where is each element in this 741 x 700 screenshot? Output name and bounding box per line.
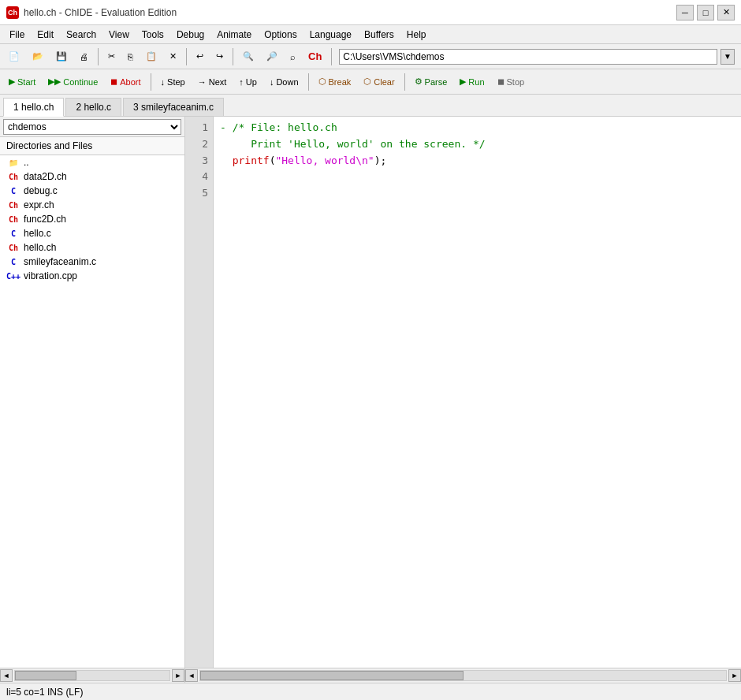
title-text: hello.ch - ChIDE - Evaluation Edition — [24, 7, 177, 18]
file-item[interactable]: Csmileyfaceanim.c — [0, 255, 184, 269]
file-name: vibration.cpp — [24, 270, 77, 281]
directory-dropdown[interactable]: chdemos — [3, 119, 181, 135]
sidebar-header: chdemos — [0, 117, 184, 137]
file-badge-icon: 📁 — [6, 158, 20, 167]
menu-item-tools[interactable]: Tools — [136, 28, 170, 42]
down-label: Down — [276, 77, 298, 87]
start-label: Start — [17, 77, 35, 87]
left-scroll-thumb[interactable] — [15, 671, 76, 680]
down-button[interactable]: ↓ Down — [264, 72, 304, 92]
abort-label: Abort — [120, 77, 140, 87]
print-button[interactable]: 🖨 — [74, 47, 94, 67]
copy-button[interactable]: ⎘ — [122, 47, 139, 67]
start-button[interactable]: ▶ Start — [3, 72, 41, 92]
stop-label: Stop — [507, 77, 525, 87]
menu-item-help[interactable]: Help — [400, 28, 433, 42]
left-scroll-right[interactable]: ► — [172, 669, 184, 682]
abort-button[interactable]: ◼ Abort — [105, 72, 146, 92]
file-name: smileyfaceanim.c — [24, 256, 96, 267]
find2-button[interactable]: 🔎 — [261, 47, 283, 67]
file-name: hello.c — [24, 228, 51, 239]
clear-button[interactable]: ⬡ Clear — [358, 72, 400, 92]
file-item[interactable]: C++vibration.cpp — [0, 269, 184, 283]
window-controls: ─ □ ✕ — [676, 5, 735, 20]
menu-item-view[interactable]: View — [102, 28, 136, 42]
menu-item-language[interactable]: Language — [303, 28, 358, 42]
delete-button[interactable]: ✕ — [164, 47, 182, 67]
left-scrollbar[interactable]: ◄ ► — [0, 668, 185, 683]
file-item[interactable]: Cdebug.c — [0, 184, 184, 198]
menu-bar: FileEditSearchViewToolsDebugAnimateOptio… — [0, 25, 741, 44]
right-scroll-left[interactable]: ◄ — [185, 669, 198, 682]
undo-button[interactable]: ↩ — [191, 47, 209, 67]
up-button[interactable]: ↑ Up — [233, 72, 263, 92]
code-area: 12345 - /* File: hello.ch Print 'Hello, … — [185, 117, 741, 668]
file-item[interactable]: 📁.. — [0, 155, 184, 169]
tab-bar: 1 hello.ch2 hello.c3 smileyfaceanim.c — [0, 95, 741, 117]
cut-button[interactable]: ✂ — [102, 47, 121, 67]
line-number: 1 — [190, 120, 208, 136]
menu-item-animate[interactable]: Animate — [210, 28, 258, 42]
code-line: - /* File: hello.ch — [220, 120, 735, 136]
right-scroll-track[interactable] — [199, 670, 727, 681]
file-item[interactable]: Chfunc2D.ch — [0, 212, 184, 226]
continue-button[interactable]: ▶▶ Continue — [43, 72, 103, 92]
separator2 — [186, 48, 187, 65]
tab-hello-c[interactable]: 2 hello.c — [65, 98, 121, 116]
separator3 — [233, 48, 233, 65]
redo-button[interactable]: ↪ — [210, 47, 229, 67]
file-badge-icon: Ch — [6, 201, 20, 210]
run-button[interactable]: ▶ Run — [454, 72, 490, 92]
menu-item-options[interactable]: Options — [258, 28, 303, 42]
continue-label: Continue — [63, 77, 98, 87]
start-icon: ▶ — [9, 76, 15, 87]
right-scroll-thumb[interactable] — [200, 671, 464, 680]
line-number: 2 — [190, 136, 208, 153]
open-button[interactable]: 📂 — [27, 47, 49, 67]
parse-button[interactable]: ⚙ Parse — [409, 72, 453, 92]
editor: 12345 - /* File: hello.ch Print 'Hello, … — [185, 117, 741, 668]
file-item[interactable]: Chdata2D.ch — [0, 169, 184, 184]
menu-item-debug[interactable]: Debug — [170, 28, 210, 42]
sidebar-title: Directories and Files — [0, 137, 184, 155]
close-button[interactable]: ✕ — [717, 5, 735, 20]
find-button[interactable]: 🔍 — [237, 47, 259, 67]
findreplace-button[interactable]: ⌕ — [285, 47, 301, 67]
ch-logo-button[interactable]: Ch — [303, 47, 327, 67]
file-badge-icon: Ch — [6, 215, 20, 224]
minimize-button[interactable]: ─ — [676, 5, 694, 20]
next-button[interactable]: → Next — [192, 72, 233, 92]
maximize-button[interactable]: □ — [697, 5, 714, 20]
stop-button[interactable]: ◼ Stop — [492, 72, 531, 92]
new-button[interactable]: 📄 — [3, 47, 25, 67]
file-item[interactable]: Chello.c — [0, 226, 184, 240]
code-content[interactable]: - /* File: hello.ch Print 'Hello, world'… — [214, 117, 741, 668]
file-badge-icon: C — [6, 187, 20, 195]
file-item[interactable]: Chhello.ch — [0, 240, 184, 255]
path-dropdown-button[interactable]: ▼ — [721, 49, 735, 65]
menu-item-file[interactable]: File — [3, 28, 31, 42]
menu-item-buffers[interactable]: Buffers — [358, 28, 400, 42]
step-button[interactable]: ↓ Step — [155, 72, 191, 92]
right-scroll-right[interactable]: ► — [728, 669, 741, 682]
menu-item-search[interactable]: Search — [60, 28, 102, 42]
code-line: Print 'Hello, world' on the screen. */ — [220, 136, 735, 153]
break-label: Break — [329, 77, 352, 87]
clear-label: Clear — [374, 77, 394, 87]
right-scrollbar[interactable]: ◄ ► — [185, 668, 741, 683]
run-icon: ▶ — [460, 76, 466, 87]
left-scroll-track[interactable] — [14, 670, 170, 681]
path-input[interactable] — [339, 49, 717, 65]
break-button[interactable]: ⬡ Break — [313, 72, 357, 92]
paste-button[interactable]: 📋 — [140, 47, 162, 67]
menu-item-edit[interactable]: Edit — [31, 28, 60, 42]
tab-smileyfaceanim[interactable]: 3 smileyfaceanim.c — [123, 98, 224, 116]
next-label: Next — [209, 77, 227, 87]
file-item[interactable]: Chexpr.ch — [0, 198, 184, 212]
tab-hello-ch[interactable]: 1 hello.ch — [3, 98, 64, 117]
file-badge-icon: C++ — [6, 272, 20, 281]
save-button[interactable]: 💾 — [50, 47, 73, 67]
left-scroll-left[interactable]: ◄ — [0, 669, 13, 682]
title-bar: Ch hello.ch - ChIDE - Evaluation Edition… — [0, 0, 741, 25]
break-icon: ⬡ — [318, 76, 326, 87]
